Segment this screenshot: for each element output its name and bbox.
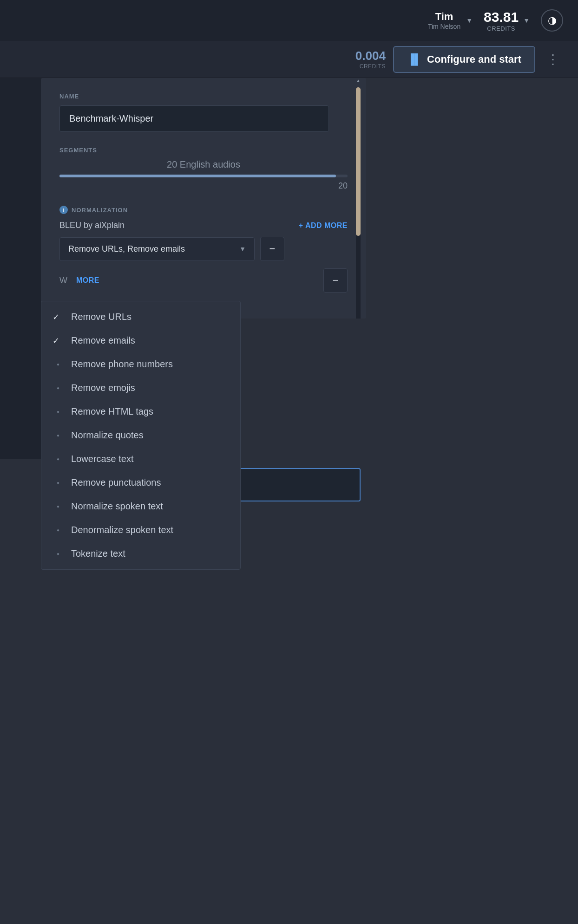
bullet-icon-4: ● bbox=[53, 456, 64, 462]
credits-section[interactable]: 83.81 CREDITS ▼ bbox=[484, 9, 530, 32]
main-area: ▲ ▼ NAME SEGMENTS 20 English audios 20 i… bbox=[0, 78, 578, 923]
bullet-icon-2: ● bbox=[53, 409, 64, 414]
dropdown-item-remove-phones[interactable]: ● Remove phone numbers bbox=[41, 352, 240, 376]
bleu-text: BLEU by aiXplain bbox=[59, 221, 125, 230]
credits-value: 83.81 bbox=[484, 9, 519, 25]
dropdown-item-label-5: Normalize quotes bbox=[71, 430, 144, 441]
slider-track bbox=[59, 175, 348, 177]
configure-and-start-button[interactable]: ▐▌ Configure and start bbox=[393, 46, 535, 73]
slider-value: 20 bbox=[59, 181, 348, 191]
more-icon: ⋮ bbox=[546, 52, 559, 66]
scroll-arrow-up-icon[interactable]: ▲ bbox=[356, 78, 361, 85]
dropdown-item-label-8: Normalize spoken text bbox=[71, 501, 163, 512]
left-sidebar bbox=[0, 78, 46, 459]
segments-label: SEGMENTS bbox=[59, 147, 348, 154]
dropdown-item-remove-urls[interactable]: ✓ Remove URLs bbox=[41, 305, 240, 329]
dropdown-item-label-9: Denormalize spoken text bbox=[71, 525, 173, 535]
dropdown-item-label-10: Tokenize text bbox=[71, 548, 125, 559]
normalization-section: i NORMALIZATION BLEU by aiXplain + ADD M… bbox=[59, 206, 348, 293]
dropdown-item-label-4: Remove HTML tags bbox=[71, 406, 153, 417]
user-section[interactable]: Tim Tim Nelson ▼ bbox=[428, 11, 473, 30]
navbar: Tim Tim Nelson ▼ 83.81 CREDITS ▼ ◑ bbox=[0, 0, 578, 41]
checkmark-icon-remove-urls: ✓ bbox=[53, 312, 64, 322]
dropdown-item-label-2: Remove phone numbers bbox=[71, 359, 173, 370]
dropdown-item-label-0: Remove URLs bbox=[71, 312, 131, 322]
w-add-more-label: MORE bbox=[76, 276, 99, 285]
normalization-label: NORMALIZATION bbox=[72, 207, 128, 214]
bullet-icon-8: ● bbox=[53, 551, 64, 556]
segments-section: SEGMENTS 20 English audios 20 bbox=[59, 147, 348, 191]
configure-icon: ▐▌ bbox=[407, 53, 421, 65]
remove-w-button[interactable]: − bbox=[323, 268, 348, 293]
bullet-icon-7: ● bbox=[53, 527, 64, 533]
w-row: W MORE − bbox=[59, 268, 348, 293]
w-add-more-button[interactable]: MORE bbox=[76, 276, 99, 285]
dropdown-item-tokenize[interactable]: ● Tokenize text bbox=[41, 542, 240, 566]
dropdown-item-remove-emojis[interactable]: ● Remove emojis bbox=[41, 376, 240, 400]
segments-display: 20 English audios bbox=[59, 159, 348, 170]
dropdown-row: Remove URLs, Remove emails ▼ − bbox=[59, 237, 348, 261]
dropdown-chevron-icon: ▼ bbox=[239, 245, 246, 253]
user-name-block: Tim Tim Nelson bbox=[428, 11, 460, 30]
configure-btn-label: Configure and start bbox=[427, 53, 521, 65]
dropdown-item-denormalize-spoken[interactable]: ● Denormalize spoken text bbox=[41, 518, 240, 542]
dropdown-item-remove-emails[interactable]: ✓ Remove emails bbox=[41, 329, 240, 352]
dropdown-item-lowercase[interactable]: ● Lowercase text bbox=[41, 447, 240, 471]
bullet-icon-3: ● bbox=[53, 433, 64, 438]
slider-fill bbox=[59, 175, 336, 177]
bullet-icon-1: ● bbox=[53, 385, 64, 390]
cost-display: 0.004 CREDITS bbox=[355, 49, 386, 70]
add-more-button[interactable]: + ADD MORE bbox=[299, 221, 348, 230]
toolbar: 0.004 CREDITS ▐▌ Configure and start ⋮ bbox=[0, 41, 578, 78]
name-field-label: NAME bbox=[59, 93, 348, 100]
bullet-icon-6: ● bbox=[53, 504, 64, 509]
user-chevron-icon: ▼ bbox=[466, 17, 473, 24]
minus-icon: − bbox=[269, 243, 276, 255]
scroll-track[interactable]: ▲ ▼ bbox=[356, 87, 361, 319]
credits-label: CREDITS bbox=[484, 25, 519, 32]
dropdown-item-remove-html[interactable]: ● Remove HTML tags bbox=[41, 400, 240, 423]
remove-normalization-button[interactable]: − bbox=[260, 237, 284, 261]
norm-row: BLEU by aiXplain + ADD MORE bbox=[59, 221, 348, 230]
credits-chevron-icon: ▼ bbox=[523, 17, 530, 24]
cost-label: CREDITS bbox=[355, 63, 386, 70]
dropdown-selected-value: Remove URLs, Remove emails bbox=[68, 244, 185, 254]
theme-toggle-button[interactable]: ◑ bbox=[541, 9, 563, 32]
dropdown-item-label-6: Lowercase text bbox=[71, 454, 134, 464]
user-full-name: Tim Nelson bbox=[428, 23, 460, 30]
w-label-text: W bbox=[59, 276, 71, 286]
bullet-icon-5: ● bbox=[53, 480, 64, 485]
scroll-thumb[interactable] bbox=[356, 87, 361, 236]
dropdown-item-label-3: Remove emojis bbox=[71, 383, 135, 393]
more-options-button[interactable]: ⋮ bbox=[543, 48, 563, 71]
name-input[interactable] bbox=[59, 105, 329, 132]
normalization-dropdown[interactable]: Remove URLs, Remove emails ▼ bbox=[59, 237, 255, 261]
dropdown-item-label-7: Remove punctuations bbox=[71, 477, 161, 488]
bullet-icon-0: ● bbox=[53, 362, 64, 367]
user-display-name: Tim bbox=[428, 11, 460, 23]
add-more-label: + ADD MORE bbox=[299, 221, 348, 230]
minus-w-icon: − bbox=[333, 274, 339, 286]
cost-value: 0.004 bbox=[355, 49, 386, 63]
checkmark-icon-remove-emails: ✓ bbox=[53, 336, 64, 346]
info-icon: i bbox=[59, 206, 68, 214]
dropdown-menu: ✓ Remove URLs ✓ Remove emails ● Remove p… bbox=[41, 301, 241, 570]
dropdown-item-remove-punct[interactable]: ● Remove punctuations bbox=[41, 471, 240, 495]
dropdown-item-normalize-spoken[interactable]: ● Normalize spoken text bbox=[41, 495, 240, 518]
segments-slider-container bbox=[59, 175, 348, 177]
normalization-header: i NORMALIZATION bbox=[59, 206, 348, 214]
credits-block: 83.81 CREDITS bbox=[484, 9, 519, 32]
config-panel: ▲ ▼ NAME SEGMENTS 20 English audios 20 i… bbox=[41, 78, 366, 319]
dropdown-item-normalize-quotes[interactable]: ● Normalize quotes bbox=[41, 423, 240, 447]
dropdown-item-label-1: Remove emails bbox=[71, 335, 135, 346]
